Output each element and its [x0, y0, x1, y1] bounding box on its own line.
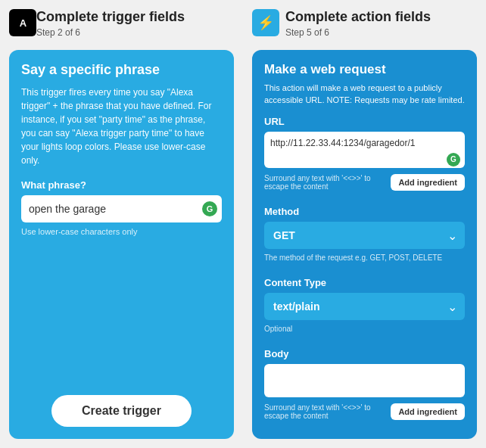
content-type-section: Content Type text/plain application/json… — [264, 277, 465, 341]
url-surround-hint: Surround any text with '<<>>' to escape … — [264, 174, 385, 191]
url-label: URL — [264, 116, 465, 127]
phrase-input-wrapper: G — [21, 195, 222, 222]
right-panel: ⚡ Complete action fields Step 5 of 6 Mak… — [243, 0, 486, 448]
phrase-hint: Use lower-case characters only — [21, 227, 222, 236]
url-section: URL http://11.22.33.44:1234/garagedor/1 … — [264, 116, 465, 198]
body-input[interactable] — [264, 364, 465, 397]
left-panel-title: Complete trigger fields — [36, 9, 185, 26]
body-label: Body — [264, 348, 465, 359]
right-header: ⚡ Complete action fields Step 5 of 6 — [252, 9, 477, 38]
body-ingredient-row: Surround any text with '<<>>' to escape … — [264, 403, 465, 420]
trigger-card-title: Say a specific phrase — [21, 62, 222, 78]
right-step: Step 5 of 6 — [285, 27, 431, 38]
body-section: Body Surround any text with '<<>>' to es… — [264, 348, 465, 428]
body-surround-hint: Surround any text with '<<>>' to escape … — [264, 403, 385, 420]
method-select[interactable]: GET POST PUT DELETE — [264, 222, 465, 249]
g-badge: G — [202, 201, 217, 216]
url-input[interactable]: http://11.22.33.44:1234/garagedor/1 — [264, 132, 465, 168]
method-hint: The method of the request e.g. GET, POST… — [264, 254, 465, 262]
url-ingredient-row: Surround any text with '<<>>' to escape … — [264, 174, 465, 191]
body-add-ingredient-button[interactable]: Add ingredient — [391, 403, 465, 420]
method-label: Method — [264, 206, 465, 217]
trigger-card: Say a specific phrase This trigger fires… — [9, 50, 234, 439]
content-type-hint: Optional — [264, 325, 465, 333]
action-card-description: This action will make a web request to a… — [264, 82, 465, 107]
url-g-badge: G — [447, 153, 460, 166]
phrase-input[interactable] — [21, 195, 222, 222]
url-add-ingredient-button[interactable]: Add ingredient — [391, 174, 465, 191]
left-panel: A Complete trigger fields Step 2 of 6 Sa… — [0, 0, 243, 448]
trigger-card-description: This trigger fires every time you say "A… — [21, 86, 222, 167]
left-header: A Complete trigger fields Step 2 of 6 — [9, 9, 234, 38]
create-trigger-button[interactable]: Create trigger — [51, 395, 192, 427]
phrase-field-label: What phrase? — [21, 179, 222, 191]
action-card: Make a web request This action will make… — [252, 50, 477, 439]
right-panel-title: Complete action fields — [285, 9, 431, 26]
webhook-icon: ⚡ — [252, 9, 279, 36]
content-type-select[interactable]: text/plain application/json application/… — [264, 293, 465, 320]
method-select-wrapper: GET POST PUT DELETE ⌄ — [264, 222, 465, 249]
left-step: Step 2 of 6 — [36, 27, 185, 38]
content-type-select-wrapper: text/plain application/json application/… — [264, 293, 465, 320]
method-section: Method GET POST PUT DELETE ⌄ The method … — [264, 206, 465, 269]
url-input-wrapper: http://11.22.33.44:1234/garagedor/1 G — [264, 132, 465, 171]
action-card-title: Make a web request — [264, 62, 465, 77]
content-type-label: Content Type — [264, 277, 465, 288]
body-input-wrapper — [264, 364, 465, 400]
alexa-icon: A — [9, 9, 36, 36]
